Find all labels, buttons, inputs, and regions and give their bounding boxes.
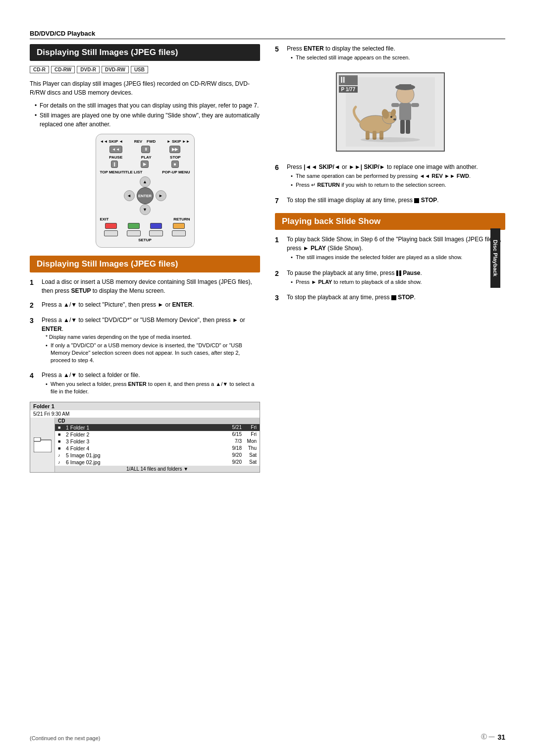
pause-indicator: II bbox=[339, 75, 358, 85]
step-5-num: 5 bbox=[275, 44, 283, 62]
step-5-bullets: The selected still image appears on the … bbox=[287, 54, 505, 61]
stop-label: STOP bbox=[170, 155, 181, 160]
step-7-num: 7 bbox=[275, 196, 283, 206]
step-5-enter: ENTER bbox=[304, 45, 324, 52]
btn-extra1 bbox=[104, 230, 118, 236]
bullet: The selected still image appears on the … bbox=[291, 54, 505, 61]
exit-label: EXIT bbox=[100, 217, 109, 221]
right-step-6: 6 Press |◄◄ SKIP/◄ or ►►| SKIP/► to repl… bbox=[275, 162, 505, 190]
remote-btn-pause: ⏸ bbox=[141, 146, 150, 153]
remote-up-btn: ▲ bbox=[140, 176, 151, 187]
image-display-wrapper: II P 1/77 bbox=[275, 68, 505, 156]
remote-right-btn: ► bbox=[156, 190, 166, 201]
return-label: RETURN bbox=[173, 217, 190, 221]
slide-step-2-bullets: Press ► PLAY to return to playback of a … bbox=[287, 278, 505, 286]
main-title-box: Displaying Still Images (JPEG files) bbox=[30, 44, 260, 61]
popup-menu-label: POP-UP MENU bbox=[162, 170, 190, 174]
step-3-content: Press a ▲/▼ to select "DVD/CD*" or "USB … bbox=[42, 316, 260, 366]
step-2: 2 Press a ▲/▼ to select "Picture", then … bbox=[30, 300, 260, 311]
step-5-prefix: Press bbox=[287, 45, 304, 52]
slide-step-2-num: 2 bbox=[275, 269, 283, 287]
right-step-5: 5 Press ENTER to display the selected fi… bbox=[275, 44, 505, 62]
remote-btn-play-small: ▶▶ bbox=[169, 146, 180, 153]
row-name: 1 Folder 1 bbox=[66, 425, 222, 431]
folder-screen-list: CD ■ 1 Folder 1 5/21 Fri ■ 2 Folder 2 6/… bbox=[55, 418, 260, 472]
remote-setup-label: SETUP bbox=[100, 238, 190, 242]
row-date: 7/3 bbox=[224, 438, 242, 444]
remote-left-btn: ◄ bbox=[124, 190, 135, 201]
row-date: 9/20 bbox=[224, 459, 242, 465]
bullet-item: Still images are played one by one while… bbox=[35, 111, 260, 129]
image-display: II P 1/77 bbox=[336, 72, 445, 152]
folder-list-header: CD bbox=[55, 418, 260, 424]
svg-rect-5 bbox=[399, 84, 411, 89]
page-num-value: 31 bbox=[497, 733, 505, 741]
btn-extra2 bbox=[127, 230, 141, 236]
remote-btn-play2: ▶ bbox=[141, 161, 149, 168]
remote-extra-btns bbox=[100, 230, 190, 236]
intro-bullets: For details on the still images that you… bbox=[30, 101, 260, 129]
btn-extra4 bbox=[172, 230, 186, 236]
image-overlay: II P 1/77 bbox=[339, 75, 358, 93]
slide-step-2: 2 To pause the playback at any time, pre… bbox=[275, 269, 505, 287]
svg-rect-10 bbox=[406, 120, 410, 134]
bullet: If only a "DVD/CD" or a USB memory devic… bbox=[46, 342, 260, 365]
section2-title-box: Displaying Still Images (JPEG files) bbox=[30, 256, 260, 272]
svg-point-18 bbox=[390, 116, 392, 118]
folder-row-5: ♪ 5 Image 01.jpg 9/20 Sat bbox=[55, 452, 260, 459]
page-layout: Displaying Still Images (JPEG files) CD-… bbox=[30, 44, 505, 473]
folder-name: Folder 1 bbox=[33, 403, 54, 409]
step-4-content: Press a ▲/▼ to select a folder or file. … bbox=[42, 371, 260, 397]
remote-exit-return-labels: EXIT RETURN bbox=[100, 217, 190, 221]
slide-step-1-num: 1 bbox=[275, 235, 283, 262]
row-name: 6 Image 02.jpg bbox=[66, 459, 222, 465]
btn-green bbox=[128, 223, 140, 229]
row-icon: ♪ bbox=[58, 460, 64, 465]
left-column: Displaying Still Images (JPEG files) CD-… bbox=[30, 44, 260, 473]
right-column: 5 Press ENTER to display the selected fi… bbox=[275, 44, 505, 473]
remote-illustration: ◄◄ SKIP ◄ REV FWD ► SKIP ►► ◄◄ ⏸ ▶▶ PAUS… bbox=[30, 134, 260, 248]
folder-row-4: ■ 4 Folder 4 9/18 Thu bbox=[55, 445, 260, 452]
row-date: 9/20 bbox=[224, 452, 242, 458]
step-3-bullets: If only a "DVD/CD" or a USB memory devic… bbox=[42, 342, 260, 365]
remote-btn-prev: ◄◄ bbox=[109, 146, 122, 153]
svg-rect-1 bbox=[34, 437, 41, 441]
top-menu-label: TOP MENU/TITLE LIST bbox=[100, 170, 143, 174]
steps-section: 1 Load a disc or insert a USB memory dev… bbox=[30, 277, 260, 397]
folder-screen-footer: 1/ALL 14 files and folders ▼ bbox=[55, 466, 260, 472]
step-6-bullets: The same operation can be performed by p… bbox=[287, 172, 505, 189]
badge-cdrw: CD-RW bbox=[51, 66, 75, 73]
row-name: 2 Folder 2 bbox=[66, 432, 222, 437]
row-icon: ■ bbox=[58, 432, 64, 437]
remote-btn-stop: ■ bbox=[171, 161, 179, 168]
row-day: Sat bbox=[244, 452, 257, 458]
boy-dog-svg bbox=[346, 77, 435, 147]
bullet: When you select a folder, press ENTER to… bbox=[46, 380, 260, 396]
folder-icon-area bbox=[30, 418, 55, 472]
bullet: The same operation can be performed by p… bbox=[291, 172, 505, 180]
step-6-num: 6 bbox=[275, 162, 283, 190]
step-1-num: 1 bbox=[30, 277, 38, 295]
row-icon: ■ bbox=[58, 425, 64, 430]
folder-svg-icon bbox=[34, 437, 52, 452]
slide-step-3-num: 3 bbox=[275, 293, 283, 303]
remote-btn-row-2: ‖ ▶ ■ bbox=[100, 161, 190, 168]
badge-dvdrw: DVD-RW bbox=[102, 66, 129, 73]
disc-badges: CD-R CD-RW DVD-R DVD-RW USB bbox=[30, 66, 260, 73]
remote-down-btn: ▼ bbox=[140, 204, 151, 215]
page-en-label: Ⓔ — bbox=[481, 733, 494, 741]
remote-skip-right-label: ► SKIP ►► bbox=[167, 139, 190, 144]
step-6-content: Press |◄◄ SKIP/◄ or ►►| SKIP/► to replac… bbox=[287, 162, 505, 190]
page-section-header: BD/DVD/CD Playback bbox=[30, 30, 505, 39]
slide-step-3: 3 To stop the playback at any time, pres… bbox=[275, 293, 505, 303]
svg-rect-9 bbox=[400, 120, 405, 134]
btn-red bbox=[105, 223, 117, 229]
btn-extra3 bbox=[149, 230, 163, 236]
pause-label: PAUSE bbox=[109, 155, 122, 160]
bullet: The still images inside the selected fol… bbox=[291, 254, 505, 261]
folder-row-3: ■ 3 Folder 3 7/3 Mon bbox=[55, 438, 260, 445]
step-3: 3 Press a ▲/▼ to select "DVD/CD*" or "US… bbox=[30, 316, 260, 366]
remote-label-row: PAUSE PLAY STOP bbox=[100, 155, 190, 160]
remote-btn-row-1: ◄◄ ⏸ ▶▶ bbox=[100, 146, 190, 153]
remote-menu-labels: TOP MENU/TITLE LIST POP-UP MENU bbox=[100, 170, 190, 174]
